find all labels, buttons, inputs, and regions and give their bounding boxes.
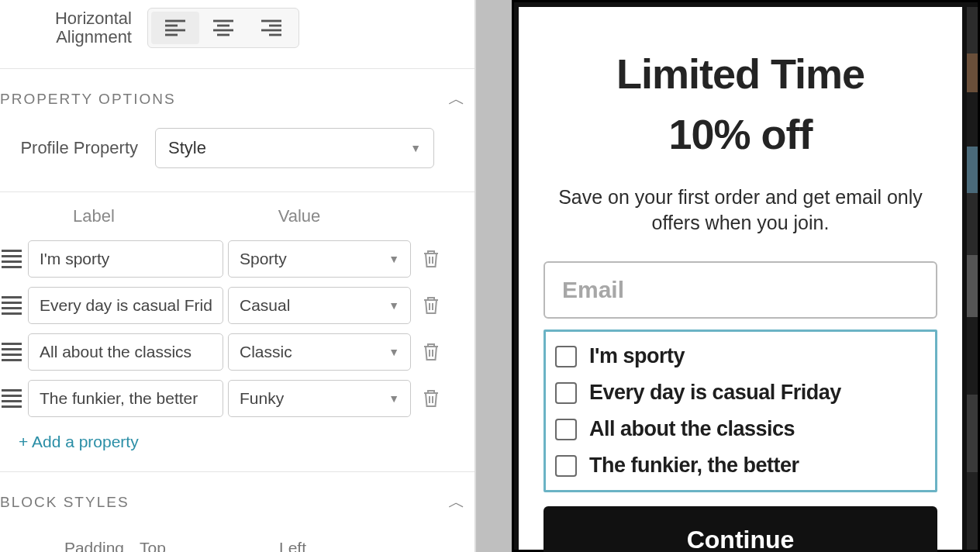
label-input[interactable]: All about the classics bbox=[28, 333, 223, 371]
horizontal-alignment-label: Horizontal Alignment bbox=[0, 9, 147, 47]
profile-property-select[interactable]: Style ▼ bbox=[155, 128, 434, 168]
caret-down-icon: ▼ bbox=[388, 392, 399, 405]
caret-down-icon: ▼ bbox=[388, 346, 399, 358]
preview-image-strip bbox=[967, 7, 978, 550]
label-line-1: Horizontal bbox=[0, 9, 132, 28]
checkbox-label: The funkier, the better bbox=[589, 454, 799, 478]
align-left-icon bbox=[164, 18, 187, 38]
hero-title: Limited Time bbox=[543, 52, 937, 96]
trash-icon bbox=[422, 249, 440, 269]
drag-handle-icon[interactable] bbox=[0, 389, 23, 408]
label-line-2: Alignment bbox=[0, 28, 132, 47]
label-input[interactable]: Every day is casual Frid bbox=[28, 287, 223, 324]
preview-content: Limited Time 10% off Save on your first … bbox=[519, 7, 962, 550]
align-center-button[interactable] bbox=[199, 12, 247, 44]
chevron-up-icon: ︿ bbox=[448, 491, 467, 514]
align-right-icon bbox=[260, 18, 283, 38]
checkbox-item[interactable]: I'm sporty bbox=[555, 344, 926, 368]
label-value-headers: Label Value bbox=[0, 192, 474, 236]
label-input[interactable]: I'm sporty bbox=[28, 240, 223, 278]
property-row: All about the classics Classic ▼ bbox=[0, 329, 474, 375]
column-header-value: Value bbox=[206, 206, 392, 226]
padding-left-label: Left bbox=[279, 539, 306, 552]
delete-button[interactable] bbox=[420, 295, 442, 316]
value-select[interactable]: Funky ▼ bbox=[228, 380, 411, 417]
chevron-up-icon: ︿ bbox=[448, 88, 467, 111]
drag-handle-icon[interactable] bbox=[0, 250, 23, 268]
caret-down-icon: ▼ bbox=[388, 299, 399, 312]
continue-button[interactable]: Continue bbox=[543, 506, 937, 552]
block-styles-title: BLOCK STYLES bbox=[0, 494, 129, 511]
caret-down-icon: ▼ bbox=[410, 142, 421, 154]
alignment-segmented-control bbox=[147, 8, 299, 48]
delete-button[interactable] bbox=[420, 341, 442, 363]
block-styles-header[interactable]: BLOCK STYLES ︿ bbox=[0, 472, 474, 531]
delete-button[interactable] bbox=[420, 248, 442, 270]
property-options-title: PROPERTY OPTIONS bbox=[0, 91, 176, 108]
checkbox-icon[interactable] bbox=[555, 382, 577, 404]
email-input[interactable]: Email bbox=[543, 261, 937, 319]
property-row: Every day is casual Frid Casual ▼ bbox=[0, 282, 474, 329]
align-center-icon bbox=[212, 18, 235, 38]
checkbox-icon[interactable] bbox=[555, 419, 577, 440]
caret-down-icon: ▼ bbox=[388, 253, 399, 265]
hero-discount: 10% off bbox=[543, 110, 937, 158]
profile-property-value: Style bbox=[168, 138, 206, 158]
property-row: The funkier, the better Funky ▼ bbox=[0, 375, 474, 422]
trash-icon bbox=[422, 342, 440, 362]
preview-popup: Limited Time 10% off Save on your first … bbox=[512, 0, 980, 552]
value-select[interactable]: Classic ▼ bbox=[228, 333, 411, 371]
padding-label: Padding bbox=[0, 539, 140, 552]
property-options-header[interactable]: PROPERTY OPTIONS ︿ bbox=[0, 69, 474, 128]
drag-handle-icon[interactable] bbox=[0, 296, 23, 315]
checkbox-label: I'm sporty bbox=[589, 344, 685, 368]
property-row: I'm sporty Sporty ▼ bbox=[0, 236, 474, 282]
checkbox-item[interactable]: The funkier, the better bbox=[555, 454, 926, 478]
checkbox-label: Every day is casual Friday bbox=[589, 381, 841, 405]
checkbox-label: All about the classics bbox=[589, 417, 795, 441]
checkbox-group: I'm sporty Every day is casual Friday Al… bbox=[543, 329, 937, 492]
checkbox-icon[interactable] bbox=[555, 455, 577, 477]
profile-property-label: Profile Property bbox=[0, 138, 155, 158]
add-property-link[interactable]: + Add a property bbox=[0, 422, 474, 471]
checkbox-icon[interactable] bbox=[555, 346, 577, 367]
drag-handle-icon[interactable] bbox=[0, 343, 23, 361]
profile-property-row: Profile Property Style ▼ bbox=[0, 128, 474, 191]
padding-top-label: Top bbox=[140, 539, 217, 552]
horizontal-alignment-row: Horizontal Alignment bbox=[0, 0, 474, 68]
settings-panel: Horizontal Alignment bbox=[0, 0, 476, 552]
label-input[interactable]: The funkier, the better bbox=[28, 380, 223, 417]
column-header-label: Label bbox=[28, 206, 160, 226]
trash-icon bbox=[422, 388, 440, 409]
delete-button[interactable] bbox=[420, 388, 442, 409]
hero-subtitle: Save on your first order and get email o… bbox=[543, 185, 937, 237]
align-left-button[interactable] bbox=[151, 12, 199, 44]
trash-icon bbox=[422, 295, 440, 316]
padding-row: Padding Top Left bbox=[0, 531, 474, 552]
email-placeholder: Email bbox=[562, 277, 624, 303]
value-select[interactable]: Casual ▼ bbox=[228, 287, 411, 324]
align-right-button[interactable] bbox=[247, 12, 295, 44]
continue-label: Continue bbox=[687, 526, 795, 552]
checkbox-item[interactable]: All about the classics bbox=[555, 417, 926, 441]
value-select[interactable]: Sporty ▼ bbox=[228, 240, 411, 278]
preview-area: Limited Time 10% off Save on your first … bbox=[476, 0, 980, 552]
checkbox-item[interactable]: Every day is casual Friday bbox=[555, 381, 926, 405]
